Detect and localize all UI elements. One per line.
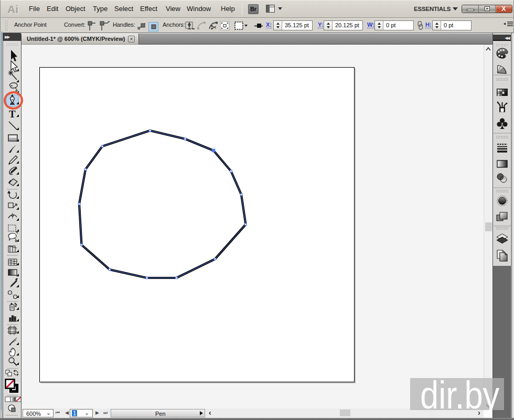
svg-text:T: T	[9, 109, 16, 120]
